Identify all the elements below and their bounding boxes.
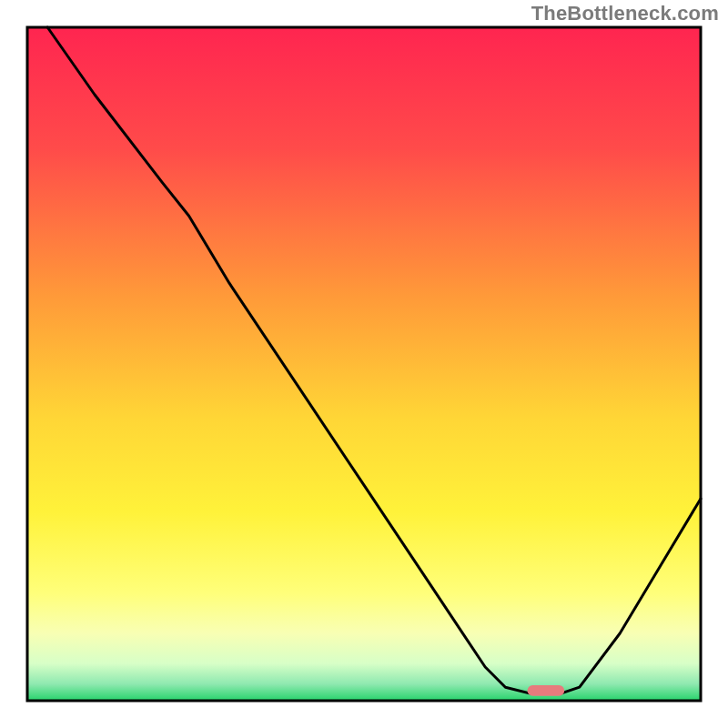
plot-background [27, 27, 701, 701]
bottleneck-chart [0, 0, 728, 728]
watermark-text: TheBottleneck.com [531, 2, 719, 25]
chart-container: TheBottleneck.com [0, 0, 728, 728]
optimum-marker [528, 685, 565, 696]
